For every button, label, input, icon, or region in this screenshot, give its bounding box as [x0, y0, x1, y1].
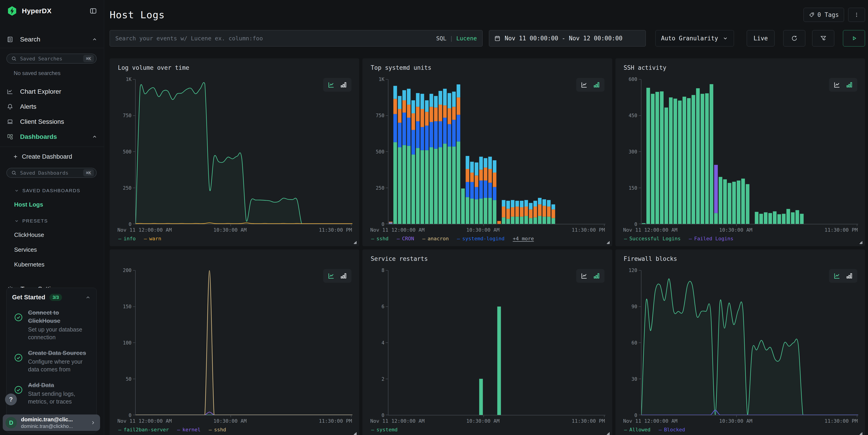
chart-title: [118, 255, 352, 263]
get-started-step-connect[interactable]: Connect to ClickHouse Set up your databa…: [12, 309, 91, 341]
legend-item[interactable]: —systemd-logind: [457, 236, 505, 242]
chart-canvas: [135, 270, 352, 415]
sidebar-item-services[interactable]: Services: [14, 246, 104, 253]
legend-item[interactable]: —warn: [144, 236, 161, 242]
legend-item[interactable]: —CRON: [397, 236, 414, 242]
resize-handle-icon[interactable]: [606, 241, 610, 244]
legend-item[interactable]: —systemd: [371, 427, 398, 433]
panel-collapse-icon: [89, 7, 97, 15]
y-tick-mark: [639, 224, 641, 224]
bar-chart-icon-button[interactable]: [340, 81, 347, 89]
y-tick-label: 500: [123, 149, 131, 155]
get-started-step-add-data[interactable]: Add Data Start sending logs, metrics, or…: [12, 381, 91, 406]
legend-more-link[interactable]: +4 more: [513, 236, 534, 242]
saved-dashboards-input[interactable]: Saved Dashboards ⌘K: [6, 168, 97, 178]
y-tick-label: 0: [381, 222, 384, 227]
get-started-card: Get Started 3/3 Connect to ClickHouse Se…: [6, 288, 97, 433]
y-tick-mark: [133, 79, 135, 80]
chart-legend: —Successful Logins—Failed Logins: [624, 234, 858, 243]
bar-chart-icon-button[interactable]: [593, 272, 600, 280]
get-started-step-sources[interactable]: Create Data Sources Configure where your…: [12, 349, 91, 373]
legend-item[interactable]: —sshd: [371, 236, 389, 242]
legend-label: CRON: [402, 236, 414, 242]
legend-item[interactable]: —info: [118, 236, 135, 242]
line-view-button[interactable]: [328, 272, 335, 280]
line-view-button[interactable]: [581, 81, 588, 89]
user-menu[interactable]: D dominic.tran@clic... dominic.tran@clic…: [3, 414, 100, 431]
legend-item[interactable]: —anacron: [423, 236, 449, 242]
divider: [0, 48, 104, 48]
resize-handle-icon[interactable]: [859, 432, 863, 435]
sidebar-item-dashboards[interactable]: Dashboards: [0, 129, 104, 144]
event-search-input[interactable]: Search your events w/ Lucene ex. column:…: [110, 30, 483, 46]
line-view-button[interactable]: [328, 81, 335, 89]
bar-chart-icon-button[interactable]: [593, 81, 600, 89]
live-button[interactable]: Live: [747, 30, 775, 46]
logo-row: HyperDX: [0, 0, 104, 22]
y-axis-labels: 02505007501K: [368, 79, 388, 224]
y-tick-label: 250: [123, 185, 131, 191]
filter-button[interactable]: [812, 30, 834, 46]
y-tick-mark: [386, 306, 388, 307]
resize-handle-icon[interactable]: [353, 241, 357, 244]
sidebar-item-kubernetes[interactable]: Kubernetes: [14, 261, 104, 268]
get-started-title: Get Started: [12, 294, 45, 301]
y-tick-label: 500: [376, 149, 384, 155]
line-chart-icon: [833, 81, 841, 89]
legend-label: kernel: [182, 427, 200, 433]
bar-chart-icon-button[interactable]: [340, 272, 347, 280]
sql-mode-button[interactable]: SQL: [436, 35, 446, 42]
sidebar-item-search[interactable]: Search: [0, 33, 104, 45]
line-view-button[interactable]: [581, 272, 588, 280]
collapse-sidebar-button[interactable]: [89, 7, 97, 15]
saved-dashboards-section-toggle[interactable]: SAVED DASHBOARDS: [14, 188, 104, 193]
get-started-progress-badge: 3/3: [50, 294, 62, 301]
sidebar-item-chart-explorer[interactable]: Chart Explorer: [0, 84, 104, 99]
legend-swatch: —: [209, 427, 212, 433]
saved-searches-input[interactable]: Saved Searches ⌘K: [6, 54, 97, 64]
sidebar-item-clickhouse[interactable]: ClickHouse: [14, 231, 104, 239]
x-axis-labels: Nov 11 12:00:00 AM 10:30:00 AM 11:30:00 …: [641, 415, 858, 425]
y-tick-mark: [386, 79, 388, 80]
y-axis-labels: 0306090120: [621, 270, 641, 415]
run-query-button[interactable]: [843, 30, 865, 46]
create-dashboard-button[interactable]: Create Dashboard: [13, 151, 104, 162]
legend-item[interactable]: —fail2ban-server: [118, 427, 169, 433]
lucene-mode-button[interactable]: Lucene: [456, 35, 477, 42]
legend-item[interactable]: —Blocked: [659, 427, 685, 433]
legend-item[interactable]: —Allowed: [624, 427, 651, 433]
y-tick-label: 1K: [379, 76, 384, 82]
bar-chart-icon-button[interactable]: [846, 81, 853, 89]
resize-handle-icon[interactable]: [353, 432, 357, 435]
tags-button[interactable]: 0 Tags: [804, 8, 844, 22]
sidebar-item-alerts[interactable]: Alerts: [0, 99, 104, 114]
x-tick-label: 10:30:00 AM: [213, 227, 247, 233]
bar-chart-icon-button[interactable]: [846, 272, 853, 280]
resize-handle-icon[interactable]: [606, 432, 610, 435]
sidebar-item-label: Alerts: [20, 103, 98, 110]
resize-handle-icon[interactable]: [859, 241, 863, 244]
y-tick-mark: [386, 379, 388, 379]
help-button[interactable]: ?: [5, 394, 17, 405]
more-options-button[interactable]: [848, 8, 865, 22]
y-tick-label: 0: [634, 222, 637, 227]
presets-section-toggle[interactable]: PRESETS: [14, 218, 104, 224]
legend-item[interactable]: —Failed Logins: [689, 236, 733, 242]
refresh-button[interactable]: [783, 30, 805, 46]
legend-item[interactable]: —Successful Logins: [624, 236, 681, 242]
sidebar-item-host-logs[interactable]: Host Logs: [14, 201, 104, 208]
line-view-button[interactable]: [833, 272, 841, 280]
date-range-picker[interactable]: Nov 11 00:00:00 - Nov 12 00:00:00: [489, 30, 646, 46]
chevron-down-icon: [722, 35, 728, 41]
bell-icon: [7, 103, 13, 110]
y-tick-mark: [133, 270, 135, 271]
plot-area: [135, 270, 352, 415]
sidebar-item-client-sessions[interactable]: Client Sessions: [0, 114, 104, 129]
legend-item[interactable]: —kernel: [177, 427, 200, 433]
legend-item[interactable]: —sshd: [209, 427, 226, 433]
hyperdx-logo-icon: [7, 6, 17, 16]
granularity-select[interactable]: Auto Granularity: [655, 30, 734, 46]
chevron-up-icon[interactable]: [85, 294, 91, 301]
line-view-button[interactable]: [833, 81, 841, 89]
legend-swatch: —: [371, 236, 374, 242]
